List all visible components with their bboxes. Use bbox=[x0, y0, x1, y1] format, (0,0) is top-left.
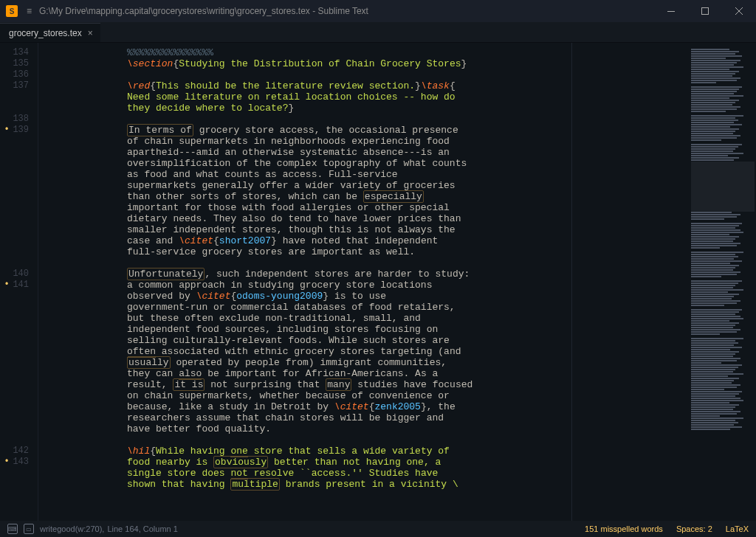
line-number: 143 bbox=[0, 457, 29, 468]
line-number: 136 bbox=[0, 69, 29, 80]
console-icon[interactable]: ▭ bbox=[24, 524, 34, 534]
line-number: 137 bbox=[0, 80, 29, 91]
ruler-line bbox=[571, 43, 572, 521]
status-line-col[interactable]: Line 164, Column 1 bbox=[107, 524, 177, 533]
line-number: 139 bbox=[0, 125, 29, 136]
line-gutter: 134 135 136 137 138 139 140 141 142 143 bbox=[0, 43, 38, 521]
status-writegood[interactable]: writegood(w:270), bbox=[40, 524, 104, 533]
status-misspelled[interactable]: 151 misspelled words bbox=[585, 524, 663, 533]
line-number: 141 bbox=[0, 280, 29, 291]
status-syntax[interactable]: LaTeX bbox=[726, 524, 749, 533]
svg-rect-0 bbox=[667, 11, 675, 12]
close-button[interactable] bbox=[722, 0, 756, 22]
tab-close-icon[interactable]: × bbox=[88, 28, 93, 38]
line-number: 135 bbox=[0, 58, 29, 69]
panel-icon[interactable]: ⌨ bbox=[7, 524, 18, 534]
minimap[interactable] bbox=[690, 43, 756, 521]
line-number: 134 bbox=[0, 47, 29, 58]
svg-rect-1 bbox=[702, 8, 709, 15]
code-editor[interactable]: %%%%%%%%%%%%%%% \section{Studying the Di… bbox=[38, 43, 690, 521]
minimap-viewport[interactable] bbox=[691, 162, 755, 212]
file-tab[interactable]: grocery_stores.tex × bbox=[0, 23, 100, 42]
status-bar: ⌨ ▭ writegood(w:270), Line 164, Column 1… bbox=[0, 521, 756, 537]
window-titlebar: S ≡ G:\My Drive\mapping.capital\grocerys… bbox=[0, 0, 756, 22]
app-icon: S bbox=[6, 5, 18, 17]
line-number: 140 bbox=[0, 268, 29, 280]
line-number: 138 bbox=[0, 114, 29, 125]
line-number: 142 bbox=[0, 446, 29, 457]
status-spaces[interactable]: Spaces: 2 bbox=[676, 524, 712, 533]
maximize-button[interactable] bbox=[688, 0, 722, 22]
tab-label: grocery_stores.tex bbox=[9, 28, 82, 38]
menu-icon[interactable]: ≡ bbox=[27, 6, 32, 16]
window-title: G:\My Drive\mapping.capital\grocerystore… bbox=[39, 6, 654, 16]
tab-bar: grocery_stores.tex × bbox=[0, 22, 756, 43]
minimize-button[interactable] bbox=[654, 0, 688, 22]
main-area: 134 135 136 137 138 139 140 141 142 143 … bbox=[0, 43, 756, 521]
